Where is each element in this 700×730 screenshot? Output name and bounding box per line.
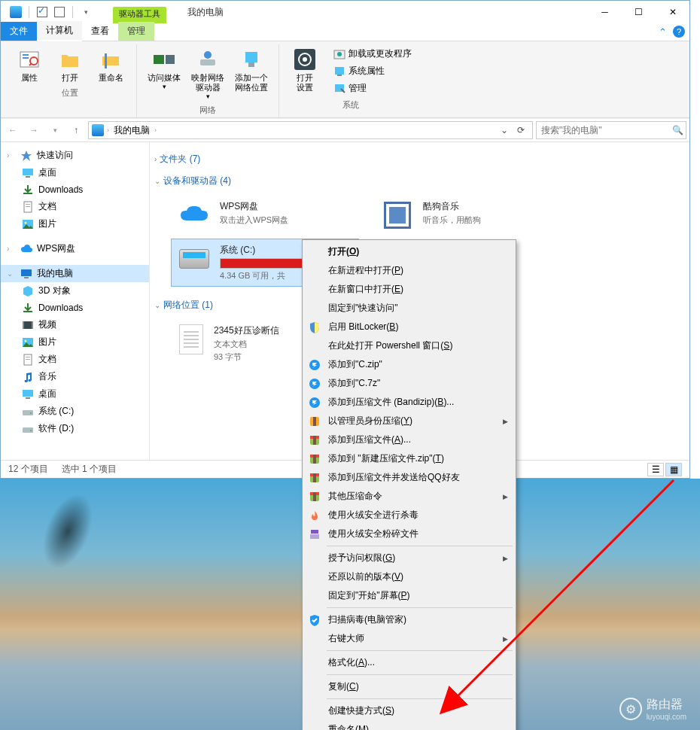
context-menu-item[interactable]: 使用火绒安全粉碎文件 <box>304 525 514 543</box>
maximize-button[interactable]: ☐ <box>622 2 656 23</box>
sidebar-item[interactable]: Downloads <box>1 181 149 198</box>
minimize-button[interactable]: ─ <box>588 2 622 23</box>
bz-icon <box>307 378 322 390</box>
section-folders[interactable]: ›文件夹 (7) <box>153 148 686 170</box>
context-menu-item[interactable]: 复制(C) <box>304 677 514 696</box>
nav-forward-button[interactable]: → <box>25 121 43 139</box>
sidebar-item[interactable]: Downloads <box>1 300 149 316</box>
context-menu-item[interactable]: 在新窗口中打开(E) <box>304 280 514 299</box>
tab-file[interactable]: 文件 <box>1 22 37 41</box>
context-menu-item[interactable]: 添加到 "新建压缩文件.zip"(T) <box>304 449 514 468</box>
qat-dropdown[interactable]: ▾ <box>78 5 93 20</box>
tab-view[interactable]: 查看 <box>82 22 118 41</box>
context-menu-item[interactable]: 扫描病毒(电脑管家) <box>304 610 514 629</box>
sidebar[interactable]: ›快速访问桌面Downloads文档图片›WPS网盘⌄我的电脑3D 对象Down… <box>1 142 150 460</box>
svg-rect-37 <box>26 357 30 357</box>
titlebar[interactable]: ▾ 驱动器工具 我的电脑 ─ ☐ ✕ <box>1 1 689 23</box>
sidebar-item[interactable]: 桌面 <box>1 164 149 181</box>
ribbon-add-netloc-button[interactable]: 添加一个 网络位置 <box>232 46 271 102</box>
context-menu-item[interactable]: 添加到压缩文件 (Bandizip)(B)... <box>304 393 514 412</box>
tab-computer[interactable]: 计算机 <box>37 21 82 41</box>
system-menu-icon[interactable] <box>8 5 23 20</box>
address-dropdown-button[interactable]: ⌄ <box>496 122 513 138</box>
context-menu-item[interactable]: 在新进程中打开(P) <box>304 261 514 280</box>
context-menu-item[interactable]: 添加到压缩文件(A)... <box>304 430 514 449</box>
ribbon-manage-button[interactable]: 管理 <box>330 81 370 96</box>
sidebar-item[interactable]: ›快速访问 <box>1 147 149 164</box>
sidebar-item[interactable]: 图片 <box>1 215 149 233</box>
device-kugou[interactable]: 酷狗音乐听音乐，用酷狗 <box>374 195 562 236</box>
section-devices[interactable]: ⌄设备和驱动器 (4) <box>153 170 686 192</box>
ribbon-media-button[interactable]: 访问媒体 ▾ <box>145 46 184 102</box>
context-tab-drive-tools[interactable]: 驱动器工具 <box>113 7 166 23</box>
blank-icon <box>307 590 322 602</box>
sidebar-item[interactable]: 音乐 <box>1 368 149 385</box>
device-wps[interactable]: WPS网盘双击进入WPS网盘 <box>171 195 359 236</box>
context-menu-item[interactable]: 在此处打开 Powershell 窗口(S) <box>304 336 514 355</box>
context-menu-item[interactable]: 授予访问权限(G)▶ <box>304 549 514 567</box>
sidebar-item[interactable]: 3D 对象 <box>1 282 149 300</box>
sidebar-item[interactable]: 软件 (D:) <box>1 420 149 437</box>
sidebar-item[interactable]: ›WPS网盘 <box>1 240 149 257</box>
search-input[interactable] <box>537 125 669 135</box>
context-menu-item[interactable]: 启用 BitLocker(B) <box>304 318 514 336</box>
context-menu-item[interactable]: 固定到"快速访问" <box>304 299 514 318</box>
ribbon-properties-button[interactable]: 属性 <box>11 46 47 84</box>
sidebar-item[interactable]: 桌面 <box>1 385 149 403</box>
context-menu-item[interactable]: 还原以前的版本(V) <box>304 567 514 586</box>
wr-r-icon <box>307 491 322 503</box>
svg-point-42 <box>30 412 32 414</box>
sidebar-item[interactable]: 视频 <box>1 316 149 333</box>
context-menu-item[interactable]: 打开(O) <box>304 242 514 261</box>
sidebar-item[interactable]: 系统 (C:) <box>1 403 149 420</box>
submenu-arrow-icon: ▶ <box>503 635 508 643</box>
nav-up-button[interactable]: ↑ <box>67 121 85 139</box>
svg-rect-40 <box>26 397 30 399</box>
context-menu-label: 右键大师 <box>328 632 503 645</box>
context-menu-item[interactable]: 重命名(M) <box>304 720 514 730</box>
qat-properties[interactable] <box>35 5 50 20</box>
context-menu-label: 在新进程中打开(P) <box>328 264 508 277</box>
refresh-button[interactable]: ⟳ <box>513 122 529 138</box>
qat-new[interactable] <box>52 5 67 20</box>
context-menu-label: 添加到压缩文件(A)... <box>328 433 508 446</box>
nav-back-button[interactable]: ← <box>4 121 22 139</box>
help-icon[interactable]: ? <box>673 26 685 38</box>
search-box[interactable]: 🔍 <box>536 121 686 139</box>
nav-recent-button[interactable]: ▾ <box>46 121 64 139</box>
sidebar-item[interactable]: 文档 <box>1 198 149 215</box>
ribbon-collapse-icon[interactable]: ⌃ <box>659 26 667 38</box>
3d-icon <box>22 285 34 297</box>
sidebar-item[interactable]: 图片 <box>1 333 149 351</box>
context-menu-item[interactable]: 使用火绒安全进行杀毒 <box>304 506 514 525</box>
sidebar-item[interactable]: ⌄我的电脑 <box>1 265 149 282</box>
blank-icon <box>307 571 322 583</box>
ribbon-open-button[interactable]: 打开 <box>52 46 88 84</box>
context-menu-item[interactable]: 以管理员身份压缩(Y)▶ <box>304 412 514 430</box>
context-menu-item[interactable]: 固定到"开始"屏幕(P) <box>304 586 514 605</box>
context-menu-item[interactable]: 创建快捷方式(S) <box>304 701 514 720</box>
search-icon[interactable]: 🔍 <box>669 125 686 135</box>
context-menu-item[interactable]: 右键大师▶ <box>304 629 514 648</box>
context-menu[interactable]: 打开(O)在新进程中打开(P)在新窗口中打开(E)固定到"快速访问"启用 Bit… <box>302 239 516 730</box>
ribbon-uninstall-button[interactable]: 卸载或更改程序 <box>330 46 415 62</box>
close-button[interactable]: ✕ <box>656 2 689 23</box>
address-bar[interactable]: › 我的电脑 › ⌄ ⟳ <box>88 121 533 139</box>
context-menu-item[interactable]: 添加到"C.7z" <box>304 374 514 393</box>
view-icons-button[interactable]: ▦ <box>665 463 682 476</box>
view-details-button[interactable]: ☰ <box>647 463 664 476</box>
ribbon-open-settings-button[interactable]: 打开 设置 <box>287 46 323 96</box>
context-menu-item[interactable]: 其他压缩命令▶ <box>304 487 514 506</box>
svg-rect-22 <box>23 193 32 194</box>
ribbon-rename-button[interactable]: 重命名 <box>93 46 129 84</box>
svg-rect-10 <box>245 52 257 62</box>
ribbon-sysprops-button[interactable]: 系统属性 <box>330 63 388 79</box>
watermark-sub: luyouqi.com <box>647 713 686 721</box>
tab-manage[interactable]: 管理 <box>118 22 154 41</box>
context-menu-item[interactable]: 添加到"C.zip" <box>304 355 514 374</box>
context-menu-item[interactable]: 格式化(A)... <box>304 653 514 672</box>
sidebar-item[interactable]: 文档 <box>1 351 149 368</box>
context-menu-item[interactable]: 添加到压缩文件并发送给QQ好友 <box>304 468 514 487</box>
ribbon-map-drive-button[interactable]: 映射网络 驱动器 ▾ <box>188 46 227 102</box>
breadcrumb[interactable]: 我的电脑 <box>112 124 151 137</box>
